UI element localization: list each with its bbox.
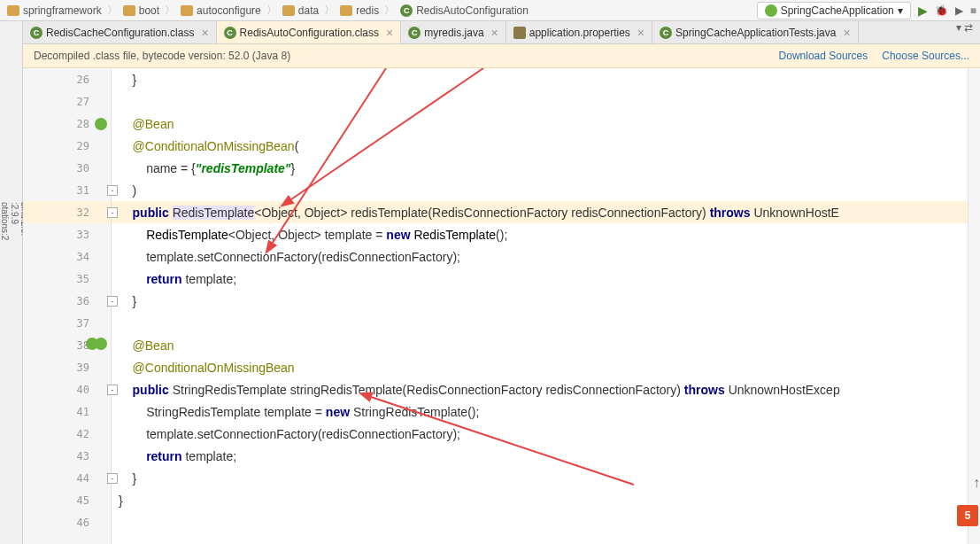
editor-body: 262728293031-32-33343536-37383940-414243… [23,68,980,544]
close-icon[interactable]: × [201,26,208,40]
line-number[interactable]: 35 [23,268,111,290]
tab-label: RedisCacheConfiguration.class [46,27,194,39]
code-line[interactable]: return template; [112,268,968,290]
code-line[interactable]: @ConditionalOnMissingBean( [112,135,968,157]
close-icon[interactable]: × [637,26,644,40]
editor-tab[interactable]: Cmyredis.java× [401,21,506,43]
stop-button[interactable]: ■ [970,4,976,17]
line-number[interactable]: 40- [23,378,111,400]
tab-label: application.properties [529,27,630,39]
code-line[interactable]: ) [112,179,968,201]
download-sources-link[interactable]: Download Sources [779,50,868,62]
code-line[interactable]: public StringRedisTemplate stringRedisTe… [112,378,968,400]
close-icon[interactable]: × [843,26,850,40]
left-strip-item[interactable]: otations:2 [0,202,10,540]
spring-bean-icon[interactable] [95,118,107,130]
code-line[interactable]: return template; [112,445,968,467]
line-number[interactable]: 26 [23,68,111,90]
right-gutter[interactable]: ↑ 5 [968,68,980,544]
breadcrumb-separator: 〉 [324,3,335,18]
editor-tab[interactable]: CSpringCacheApplicationTests.java× [652,21,859,43]
code-line[interactable]: template.setConnectionFactory(redisConne… [112,423,968,445]
line-number[interactable]: 37 [23,312,111,334]
code-line[interactable]: } [112,290,968,312]
breadcrumb-item[interactable]: CRedisAutoConfiguration [397,3,532,19]
annotation-text: 到这个类下查看 [404,68,503,69]
code-line[interactable]: @ConditionalOnMissingBean [112,356,968,378]
line-number[interactable]: 44- [23,467,111,489]
editor-tab[interactable]: CRedisAutoConfiguration.class× [217,21,402,43]
close-icon[interactable]: × [491,26,498,40]
code-line[interactable]: name = {"redisTemplate"} [112,157,968,179]
scroll-up-icon[interactable]: ↑ [973,475,980,491]
run-button[interactable]: ▶ [918,4,928,18]
fold-icon[interactable]: - [107,185,118,196]
code-line[interactable]: @Bean [112,334,968,356]
line-number[interactable]: 38 [23,334,111,356]
line-number[interactable]: 41 [23,400,111,423]
fold-icon[interactable]: - [107,473,118,484]
line-number[interactable]: 27 [23,90,111,113]
line-number[interactable]: 43 [23,445,111,467]
line-number[interactable]: 29 [23,135,111,157]
code-line[interactable] [112,511,968,533]
run-config-label: SpringCacheApplication [781,4,894,17]
code-line[interactable]: } [112,467,968,489]
line-number[interactable]: 45 [23,489,111,511]
code-line[interactable]: template.setConnectionFactory(redisConne… [112,245,968,268]
fold-icon[interactable]: - [107,207,118,218]
line-number[interactable]: 32- [23,201,111,223]
left-strip-item[interactable]: :2.9.9 [10,202,19,540]
line-number[interactable]: 34 [23,245,111,268]
editor-tabs: CRedisCacheConfiguration.class×CRedisAut… [23,21,980,44]
breadcrumb-item[interactable]: data [279,3,322,19]
run-configuration[interactable]: SpringCacheApplication ▾ [757,2,911,19]
class-icon: C [400,4,413,17]
fold-icon[interactable]: - [107,296,118,307]
code-line[interactable] [112,90,968,113]
breadcrumb-separator: 〉 [266,3,277,18]
line-number[interactable]: 28 [23,113,111,135]
html5-badge: 5 [957,505,978,526]
line-number[interactable]: 42 [23,423,111,445]
editor-tab[interactable]: application.properties× [506,21,652,43]
tab-label: myredis.java [424,27,483,39]
code-area[interactable]: 到这个类下查看 } @Bean @ConditionalOnMissingBea… [112,68,968,544]
breadcrumb-item[interactable]: autoconfigure [177,3,265,19]
code-line[interactable] [112,312,968,334]
tab-scroll-controls[interactable]: ▾ ⇄ [949,21,980,43]
code-line[interactable]: } [112,489,968,511]
coverage-button[interactable]: ▶ [955,4,963,17]
breadcrumb[interactable]: springframework〉boot〉autoconfigure〉data〉… [4,3,757,19]
close-icon[interactable]: × [386,26,393,40]
spring-bean-icon[interactable] [86,338,107,353]
tab-label: RedisAutoConfiguration.class [240,27,379,39]
class-icon: C [224,27,236,39]
line-number[interactable]: 36- [23,290,111,312]
debug-button[interactable]: 🐞 [935,4,948,17]
line-number[interactable]: 33 [23,223,111,245]
line-number[interactable]: 46 [23,511,111,533]
code-line[interactable]: StringRedisTemplate template = new Strin… [112,400,968,423]
code-line[interactable]: RedisTemplate<Object, Object> template =… [112,223,968,245]
class-icon: C [30,27,42,39]
line-number[interactable]: 30 [23,157,111,179]
code-line[interactable]: } [112,68,968,90]
breadcrumb-item[interactable]: springframework [4,3,105,19]
code-line[interactable]: public RedisTemplate<Object, Object> red… [112,201,968,223]
line-number[interactable]: 39 [23,356,111,378]
class-icon: C [660,27,672,39]
class-icon: C [408,27,421,39]
choose-sources-link[interactable]: Choose Sources... [882,50,969,62]
prop-icon [513,27,526,39]
fold-icon[interactable]: - [107,385,118,395]
gutter[interactable]: 262728293031-32-33343536-37383940-414243… [23,68,112,544]
folder-icon [340,5,352,16]
editor-tab[interactable]: CRedisCacheConfiguration.class× [23,21,217,43]
folder-icon [282,5,295,16]
breadcrumb-item[interactable]: boot [120,3,163,19]
left-tool-strip[interactable]: otations:2:2.9.9bind:2.9.datatypedatatyp… [0,21,23,544]
breadcrumb-item[interactable]: redis [336,3,382,19]
line-number[interactable]: 31- [23,179,111,201]
code-line[interactable]: @Bean [112,113,968,135]
